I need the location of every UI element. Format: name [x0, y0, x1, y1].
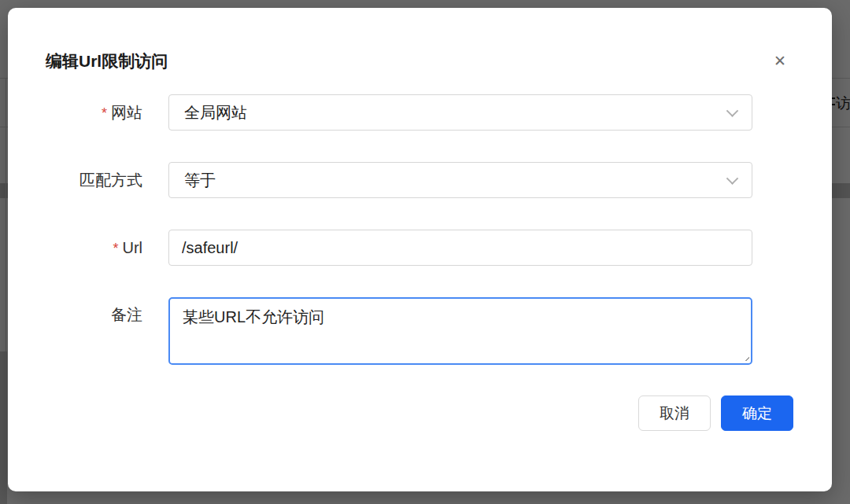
remark-textarea[interactable]: 某些URL不允许访问 — [168, 297, 752, 365]
match-mode-select-value: 等于 — [184, 170, 216, 191]
edit-url-restriction-dialog: 编辑Url限制访问 ✕ *网站 全局网站 匹配方式 等于 *Url 备注 — [8, 8, 832, 491]
match-mode-select[interactable]: 等于 — [168, 162, 752, 198]
field-label-remark: 备注 — [8, 303, 142, 326]
website-select-value: 全局网站 — [184, 102, 247, 123]
field-label-url: *Url — [8, 230, 142, 267]
label-text: 网站 — [111, 104, 142, 121]
close-icon[interactable]: ✕ — [767, 49, 793, 74]
dialog-title: 编辑Url限制访问 — [46, 50, 168, 72]
field-label-match-mode: 匹配方式 — [8, 162, 142, 198]
form-row-match-mode: 匹配方式 等于 — [8, 162, 832, 198]
form-row-remark: 备注 某些URL不允许访问 — [8, 297, 832, 365]
chevron-down-icon — [728, 108, 737, 116]
form-row-website: *网站 全局网站 — [8, 94, 832, 131]
required-asterisk: * — [113, 241, 118, 256]
label-text: 匹配方式 — [79, 171, 142, 189]
label-text: 备注 — [111, 306, 142, 323]
confirm-button[interactable]: 确定 — [721, 395, 793, 431]
cancel-button[interactable]: 取消 — [638, 395, 711, 431]
field-label-website: *网站 — [8, 94, 142, 131]
form-row-url: *Url — [8, 230, 832, 266]
required-asterisk: * — [102, 105, 107, 121]
website-select[interactable]: 全局网站 — [168, 94, 752, 131]
url-input[interactable] — [168, 230, 752, 266]
label-text: Url — [122, 239, 142, 256]
chevron-down-icon — [728, 175, 737, 184]
